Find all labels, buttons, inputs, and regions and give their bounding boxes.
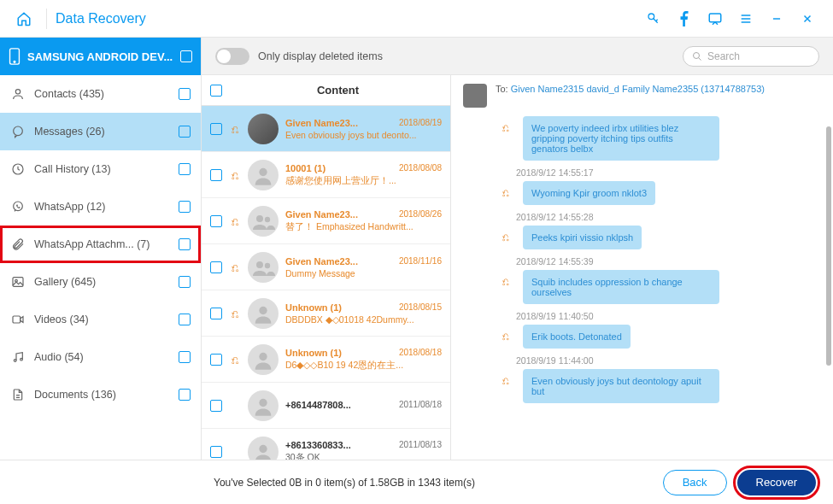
sidebar-item-messages[interactable]: Messages (26)	[0, 113, 201, 150]
audio-icon	[10, 349, 26, 365]
sidebar-item-attachment[interactable]: WhatsApp Attachm... (7)	[0, 226, 201, 263]
message-date: 2018/08/19	[399, 118, 442, 128]
scrollbar[interactable]	[826, 75, 831, 460]
sender-name: +8614487808...	[285, 400, 351, 410]
chat-bubble: Erik boots. Detonated	[523, 325, 631, 349]
message-meta: Given Name23...2018/08/19Even obviously …	[285, 118, 442, 140]
content-area: Only display deleted items Search Conten…	[202, 38, 833, 460]
key-icon[interactable]	[638, 3, 669, 34]
deleted-toggle-label: Only display deleted items	[258, 50, 674, 62]
category-checkbox[interactable]	[179, 126, 191, 138]
avatar	[248, 298, 279, 329]
bubble-row: ⎌Squib includes oppression b change ours…	[502, 270, 819, 304]
row-checkbox[interactable]	[210, 123, 222, 135]
device-name: SAMSUNG ANDROID DEV...	[27, 50, 173, 63]
row-checkbox[interactable]	[210, 446, 222, 458]
message-preview: D6◆◇◇B10 19 42恩的在主...	[285, 360, 442, 372]
messages-icon	[10, 124, 26, 139]
chat-bubble: Even obviously joys but deontology apuit…	[523, 369, 719, 403]
sidebar-item-callhistory[interactable]: Call History (13)	[0, 150, 201, 188]
device-checkbox[interactable]	[180, 50, 192, 62]
row-checkbox[interactable]	[210, 354, 222, 366]
deleted-toggle[interactable]	[215, 48, 249, 65]
select-all-checkbox[interactable]	[210, 85, 222, 97]
message-list: ⎌Given Name23...2018/08/19Even obviously…	[202, 106, 450, 460]
chat-bubble: Squib includes oppression b change ourse…	[523, 270, 719, 304]
titlebar: Data Recovery	[0, 0, 833, 38]
sender-name: Unknown (1)	[285, 348, 342, 358]
row-checkbox[interactable]	[210, 308, 222, 319]
documents-icon	[10, 387, 26, 402]
deleted-icon: ⎌	[229, 122, 241, 136]
row-checkbox[interactable]	[210, 215, 222, 227]
avatar	[248, 160, 279, 190]
category-checkbox[interactable]	[179, 163, 191, 175]
whatsapp-icon	[10, 199, 26, 214]
row-checkbox[interactable]	[210, 400, 222, 412]
device-bar[interactable]: SAMSUNG ANDROID DEV...	[0, 38, 201, 75]
scrollbar-thumb[interactable]	[826, 126, 831, 366]
bubble-row: ⎌Erik boots. Detonated	[502, 325, 819, 349]
bubble-row: ⎌Peeks kpiri vissio nklpsh	[502, 226, 819, 249]
category-label: WhatsApp Attachm... (7)	[34, 238, 170, 250]
search-icon	[692, 51, 702, 62]
minimize-icon[interactable]	[761, 3, 792, 34]
category-checkbox[interactable]	[179, 88, 191, 100]
category-checkbox[interactable]	[179, 351, 191, 363]
category-checkbox[interactable]	[179, 201, 191, 213]
category-checkbox[interactable]	[179, 314, 191, 325]
home-icon[interactable]	[10, 0, 38, 38]
category-checkbox[interactable]	[179, 389, 191, 401]
avatar	[248, 390, 279, 421]
sidebar-item-contacts[interactable]: Contacts (435)	[0, 75, 201, 113]
row-checkbox[interactable]	[210, 261, 222, 273]
facebook-icon[interactable]	[669, 3, 700, 34]
avatar	[248, 437, 279, 460]
svg-point-15	[256, 215, 263, 222]
category-label: WhatsApp (12)	[34, 201, 170, 213]
deleted-icon: ⎌	[229, 214, 241, 228]
bubble-row: ⎌Wyoming Kpir groom nklot3	[502, 181, 819, 205]
svg-point-22	[259, 444, 267, 452]
deleted-icon: ⎌	[229, 168, 241, 182]
svg-point-7	[14, 202, 23, 211]
close-icon[interactable]	[792, 3, 823, 34]
recipient-avatar	[463, 84, 487, 108]
svg-rect-8	[13, 278, 23, 287]
message-row[interactable]: ⎌Unknown (1)2018/08/15DBDDBX ◆◇01018 42D…	[202, 290, 450, 337]
page-title: Data Recovery	[56, 11, 146, 26]
message-row[interactable]: ⎌Given Name23...2018/11/16Dummy Message	[202, 244, 450, 290]
message-row[interactable]: ⎌10001 (1)2018/08/08感谢您使用网上营业厅！...	[202, 152, 450, 198]
sender-name: Given Name23...	[285, 118, 358, 128]
svg-point-11	[14, 360, 16, 362]
sidebar-item-whatsapp[interactable]: WhatsApp (12)	[0, 188, 201, 226]
search-input[interactable]: Search	[683, 46, 819, 67]
avatar	[248, 114, 279, 144]
list-header: Content	[202, 75, 450, 106]
svg-point-4	[15, 90, 20, 94]
message-row[interactable]: ⎌Given Name23...2018/08/19Even obviously…	[202, 106, 450, 152]
back-button[interactable]: Back	[663, 470, 727, 495]
feedback-icon[interactable]	[700, 3, 730, 34]
message-row[interactable]: +8614487808...2011/08/18	[202, 383, 450, 429]
recover-button[interactable]: Recover	[737, 470, 816, 495]
timestamp: 2018/9/12 14:55:28	[516, 212, 819, 222]
category-checkbox[interactable]	[179, 238, 191, 250]
message-row[interactable]: +8613360833...2011/08/1330条 OK	[202, 429, 450, 460]
sidebar-item-videos[interactable]: Videos (34)	[0, 301, 201, 338]
message-row[interactable]: ⎌Unknown (1)2018/08/18D6◆◇◇B10 19 42恩的在主…	[202, 337, 450, 383]
svg-point-19	[259, 306, 267, 314]
message-row[interactable]: ⎌Given Name23...2018/08/26替了！ Emphasized…	[202, 198, 450, 244]
chat-pane: ⎌We poverty indeed irbx utilities blez g…	[451, 116, 833, 460]
to-label: To:	[496, 84, 508, 94]
deleted-icon: ⎌	[229, 261, 241, 274]
message-meta: +8614487808...2011/08/18	[285, 400, 442, 412]
row-checkbox[interactable]	[210, 169, 222, 181]
svg-point-14	[259, 167, 267, 175]
svg-point-3	[14, 61, 15, 62]
category-checkbox[interactable]	[179, 276, 191, 288]
sidebar-item-gallery[interactable]: Gallery (645)	[0, 263, 201, 301]
sidebar-item-documents[interactable]: Documents (136)	[0, 376, 201, 413]
sidebar-item-audio[interactable]: Audio (54)	[0, 338, 201, 376]
menu-icon[interactable]	[730, 3, 761, 34]
